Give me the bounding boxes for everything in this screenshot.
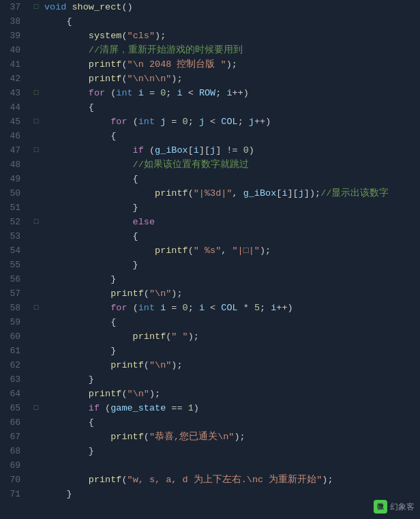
line-number: 51 xyxy=(0,201,26,215)
table-row: 56 } xyxy=(0,272,420,286)
line-number: 37 xyxy=(0,0,26,14)
table-row: 51 } xyxy=(0,201,420,215)
code-content: //如果该位置有数字就跳过 xyxy=(42,158,420,172)
fold-icon[interactable]: □ xyxy=(31,0,42,14)
line-number: 65 xyxy=(0,401,26,415)
table-row: 54 printf(" %s", "|□|"); xyxy=(0,243,420,258)
code-content: } xyxy=(42,201,420,215)
fold-icon[interactable]: □ xyxy=(31,86,42,100)
line-number: 60 xyxy=(0,329,26,344)
table-row: 39 system("cls"); xyxy=(0,29,420,43)
line-number: 41 xyxy=(0,57,26,72)
table-row: 44 { xyxy=(0,100,420,115)
line-number: 68 xyxy=(0,444,26,458)
code-content: printf("\n\n\n"); xyxy=(42,72,420,86)
line-number: 38 xyxy=(0,14,26,29)
fold-icon[interactable]: □ xyxy=(31,215,42,229)
code-content: printf("恭喜,您已通关\n"); xyxy=(42,430,420,444)
line-number: 46 xyxy=(0,129,26,143)
code-content: system("cls"); xyxy=(42,29,420,43)
table-row: 69 xyxy=(0,458,420,473)
table-row: 43□ for (int i = 0; i < ROW; i++) xyxy=(0,86,420,100)
line-number: 45 xyxy=(0,115,26,129)
table-row: 58□ for (int i = 0; i < COL * 5; i++) xyxy=(0,301,420,315)
line-number: 70 xyxy=(0,473,26,487)
table-row: 50 printf("|%3d|", g_iBox[i][j]);//显示出该数… xyxy=(0,186,420,201)
line-number: 49 xyxy=(0,172,26,186)
watermark-icon: 微 xyxy=(374,500,387,514)
code-content: { xyxy=(42,100,420,115)
code-content: for (int j = 0; j < COL; j++) xyxy=(42,115,420,129)
code-content: void show_rect() xyxy=(42,0,420,14)
line-number: 69 xyxy=(0,458,26,473)
code-content: printf("|%3d|", g_iBox[i][j]);//显示出该数字 xyxy=(42,186,420,201)
fold-icon[interactable]: □ xyxy=(31,143,42,158)
line-number: 54 xyxy=(0,243,26,258)
line-number: 61 xyxy=(0,344,26,358)
code-content: for (int i = 0; i < ROW; i++) xyxy=(42,86,420,100)
watermark: 微 幻象客 xyxy=(374,500,415,514)
table-row: 68 } xyxy=(0,444,420,458)
code-content: { xyxy=(42,415,420,430)
line-number: 53 xyxy=(0,229,26,243)
fold-icon[interactable]: □ xyxy=(31,115,42,129)
table-row: 67 printf("恭喜,您已通关\n"); xyxy=(0,430,420,444)
code-content: printf("\n 2048 控制台版 "); xyxy=(42,57,420,72)
line-number: 66 xyxy=(0,415,26,430)
table-row: 64 printf("\n"); xyxy=(0,387,420,401)
line-number: 47 xyxy=(0,143,26,158)
fold-icon[interactable]: □ xyxy=(31,301,42,315)
table-row: 62 printf("\n"); xyxy=(0,358,420,372)
table-row: 53 { xyxy=(0,229,420,243)
table-row: 38 { xyxy=(0,14,420,29)
code-content: printf("\n"); xyxy=(42,387,420,401)
code-content: { xyxy=(42,14,420,29)
table-row: 49 { xyxy=(0,172,420,186)
line-number: 39 xyxy=(0,29,26,43)
line-number: 57 xyxy=(0,286,26,301)
code-content: } xyxy=(42,487,420,501)
line-number: 48 xyxy=(0,158,26,172)
code-content: printf(" "); xyxy=(42,329,420,344)
table-row: 65□ if (game_state == 1) xyxy=(0,401,420,415)
line-number: 55 xyxy=(0,258,26,272)
code-content: { xyxy=(42,129,420,143)
code-content: printf(" %s", "|□|"); xyxy=(42,243,420,258)
code-content: { xyxy=(42,315,420,329)
table-row: 60 printf(" "); xyxy=(0,329,420,344)
line-number: 42 xyxy=(0,72,26,86)
table-row: 47□ if (g_iBox[i][j] != 0) xyxy=(0,143,420,158)
line-number: 43 xyxy=(0,86,26,100)
line-number: 71 xyxy=(0,487,26,501)
line-number: 44 xyxy=(0,100,26,115)
table-row: 45□ for (int j = 0; j < COL; j++) xyxy=(0,115,420,129)
code-content: if (g_iBox[i][j] != 0) xyxy=(42,143,420,158)
table-row: 71 } xyxy=(0,487,420,501)
table-row: 41 printf("\n 2048 控制台版 "); xyxy=(0,57,420,72)
line-number: 56 xyxy=(0,272,26,286)
code-content: if (game_state == 1) xyxy=(42,401,420,415)
line-number: 64 xyxy=(0,387,26,401)
fold-icon[interactable]: □ xyxy=(31,401,42,415)
line-number: 59 xyxy=(0,315,26,329)
table-row: 42 printf("\n\n\n"); xyxy=(0,72,420,86)
code-content: } xyxy=(42,258,420,272)
line-number: 67 xyxy=(0,430,26,444)
line-number: 62 xyxy=(0,358,26,372)
code-content: } xyxy=(42,444,420,458)
line-number: 40 xyxy=(0,43,26,57)
code-content: else xyxy=(42,215,420,229)
code-editor: 37□void show_rect()38 {39 system("cls");… xyxy=(0,0,420,519)
table-row: 59 { xyxy=(0,315,420,329)
table-row: 66 { xyxy=(0,415,420,430)
code-content: { xyxy=(42,172,420,186)
table-row: 40 //清屏，重新开始游戏的时候要用到 xyxy=(0,43,420,57)
line-number: 63 xyxy=(0,372,26,387)
watermark-text: 幻象客 xyxy=(390,501,415,513)
table-row: 70 printf("w, s, a, d 为上下左右.\nc 为重新开始"); xyxy=(0,473,420,487)
code-content: } xyxy=(42,272,420,286)
code-content: //清屏，重新开始游戏的时候要用到 xyxy=(42,43,420,57)
table-row: 48 //如果该位置有数字就跳过 xyxy=(0,158,420,172)
table-row: 52□ else xyxy=(0,215,420,229)
code-content: for (int i = 0; i < COL * 5; i++) xyxy=(42,301,420,315)
